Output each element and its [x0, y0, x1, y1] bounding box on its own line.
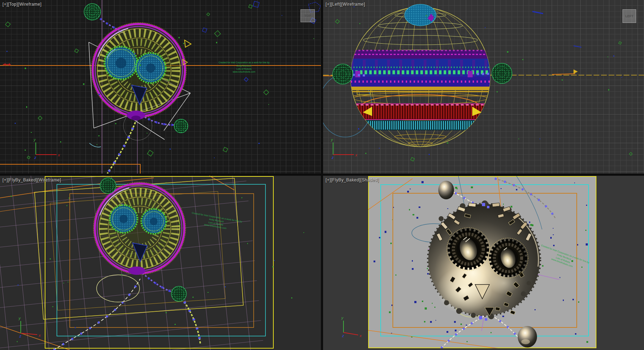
viewport-grid: y x z Created for Intel Corporation as a… — [0, 0, 644, 350]
viewcube[interactable]: TOP — [301, 9, 315, 22]
viewport-camera-shaded[interactable]: y x z Created for Intel Corporation as a… — [323, 176, 644, 350]
viewcube[interactable]: LEFT — [623, 9, 636, 23]
green-sphere — [100, 178, 116, 194]
viewcube-face-label: LEFT — [625, 14, 634, 18]
owl-ball-wireframe — [91, 23, 191, 121]
right-eye — [141, 209, 166, 234]
camera-wireframe-scene: y x z — [0, 176, 321, 350]
svg-text:x: x — [359, 334, 362, 338]
viewport-label[interactable]: [+][Left][Wireframe] — [326, 2, 365, 7]
svg-text:y: y — [331, 137, 333, 142]
green-sphere — [84, 4, 101, 20]
svg-text:z: z — [34, 155, 36, 160]
viewcube-face-label: TOP — [304, 14, 311, 18]
svg-text:z: z — [342, 334, 344, 338]
viewport-left-wireframe[interactable]: y x z LEFT [+][Left][Wireframe] — [323, 0, 644, 174]
svg-text:x: x — [38, 333, 41, 337]
svg-text:x: x — [355, 153, 357, 157]
green-sphere — [492, 63, 512, 83]
watermark-text: Created for Intel Corporation as a work … — [213, 61, 275, 74]
mini-sphere — [518, 326, 537, 347]
camera-shaded-scene: y x z — [323, 176, 644, 350]
svg-text:z: z — [331, 155, 334, 160]
left-eye — [110, 205, 138, 233]
top-view-scene: y x z — [0, 0, 321, 174]
svg-text:z: z — [19, 334, 21, 338]
axis-tripod: y x z — [33, 137, 60, 160]
viewport-camera-wireframe[interactable]: y x z Created for Intel Corporation as a… — [0, 176, 321, 350]
axis-tripod: y x z — [341, 316, 362, 338]
axis-tripod: y x z — [331, 137, 357, 160]
wireframe-sphere — [351, 4, 490, 147]
green-sphere — [333, 64, 353, 84]
svg-text:y: y — [33, 137, 36, 142]
owl-ball-shaded — [428, 200, 540, 321]
green-sphere — [174, 119, 188, 133]
left-view-scene: y x z — [323, 0, 644, 174]
viewport-top-wireframe[interactable]: y x z Created for Intel Corporation as a… — [0, 0, 321, 174]
viewport-label[interactable]: [+][Top][Wireframe] — [3, 2, 42, 7]
mini-sphere — [438, 181, 454, 199]
green-sphere — [171, 286, 186, 301]
viewport-label[interactable]: [+][FlyBy_Baked][Wireframe] — [3, 178, 61, 183]
svg-text:y: y — [341, 316, 344, 320]
svg-text:x: x — [58, 153, 60, 157]
viewport-label[interactable]: [+][FlyBy_Baked][Shaded] — [326, 178, 379, 183]
